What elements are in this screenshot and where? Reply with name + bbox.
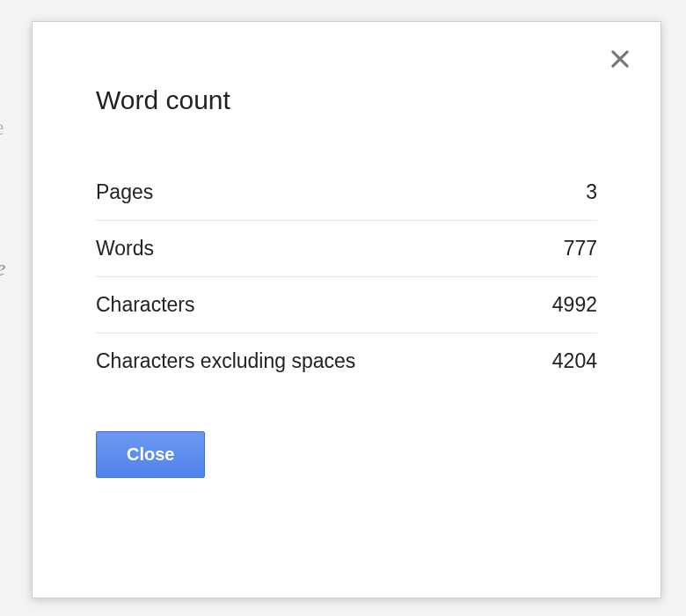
- dialog-title: Word count: [96, 85, 597, 115]
- background-text-fragment: ne: [0, 255, 6, 282]
- stat-label: Words: [96, 237, 154, 260]
- stat-row-pages: Pages 3: [96, 165, 597, 220]
- background-text-fragment: ne: [0, 114, 4, 141]
- stat-value: 4204: [552, 349, 597, 373]
- stat-row-characters: Characters 4992: [96, 276, 597, 333]
- stat-value: 3: [586, 180, 597, 204]
- close-icon[interactable]: [608, 47, 632, 71]
- word-count-dialog: Word count Pages 3 Words 777 Characters …: [32, 21, 661, 598]
- stat-row-words: Words 777: [96, 220, 597, 276]
- close-button[interactable]: Close: [96, 431, 205, 478]
- stat-row-characters-no-spaces: Characters excluding spaces 4204: [96, 333, 597, 389]
- stat-value: 4992: [552, 293, 597, 317]
- stat-value: 777: [564, 237, 597, 260]
- stats-list: Pages 3 Words 777 Characters 4992 Charac…: [96, 165, 597, 389]
- stat-label: Characters excluding spaces: [96, 349, 355, 373]
- stat-label: Characters: [96, 293, 194, 317]
- stat-label: Pages: [96, 180, 153, 204]
